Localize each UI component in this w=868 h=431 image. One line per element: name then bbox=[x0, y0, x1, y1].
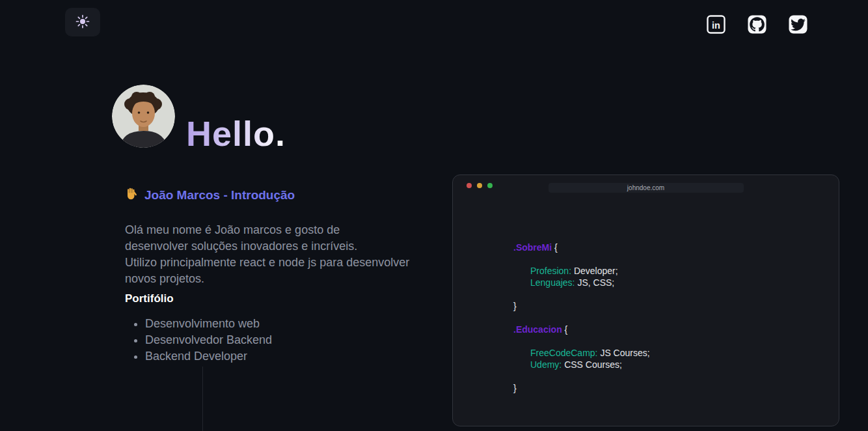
browser-mockup-window: johndoe.com .SobreMi { Profesion: Develo… bbox=[452, 174, 839, 426]
code-property-line: Profesion: Developer; bbox=[513, 265, 650, 277]
css-value: Developer; bbox=[574, 266, 618, 276]
list-item: Backend Developer bbox=[145, 348, 437, 365]
skills-list: Desenvolvimento web Desenvolvedor Backen… bbox=[125, 316, 437, 365]
paragraph-line: novos projetos. bbox=[125, 272, 204, 285]
theme-toggle-button[interactable] bbox=[65, 8, 100, 36]
brace-close: } bbox=[513, 300, 650, 312]
github-link[interactable] bbox=[748, 15, 766, 34]
code-block-educacion: .Educacion { FreeCodeCamp: JS Courses; U… bbox=[513, 324, 650, 394]
css-selector: .Educacion bbox=[513, 324, 562, 335]
code-selector-line: .Educacion { bbox=[513, 324, 650, 335]
twitter-icon bbox=[789, 15, 807, 34]
intro-paragraph: Olá meu nome é João marcos e gosto de de… bbox=[125, 222, 437, 287]
close-window-dot bbox=[467, 183, 472, 188]
list-item: Desenvolvedor Backend bbox=[145, 332, 437, 348]
section-divider-line bbox=[202, 367, 203, 431]
raised-hand-icon bbox=[125, 187, 139, 204]
css-value: JS, CSS; bbox=[577, 277, 614, 288]
brace-close: } bbox=[513, 382, 650, 394]
code-property-line: FreeCodeCamp: JS Courses; bbox=[513, 347, 650, 359]
code-properties: FreeCodeCamp: JS Courses; Udemy: CSS Cou… bbox=[513, 347, 650, 370]
css-property: FreeCodeCamp: bbox=[530, 348, 598, 358]
code-properties: Profesion: Developer; Lenguajes: JS, CSS… bbox=[513, 265, 650, 288]
twitter-link[interactable] bbox=[789, 15, 807, 34]
css-property: Udemy: bbox=[530, 359, 562, 370]
list-item: Desenvolvimento web bbox=[145, 316, 437, 332]
code-property-line: Udemy: CSS Courses; bbox=[513, 359, 650, 370]
brace-open: { bbox=[554, 242, 558, 253]
brace-open: { bbox=[565, 324, 568, 335]
portfolio-heading: Portifólio bbox=[125, 292, 437, 305]
avatar bbox=[112, 85, 175, 148]
linkedin-icon: in bbox=[707, 15, 726, 34]
minimize-window-dot bbox=[477, 183, 482, 188]
paragraph-line: desenvolver soluções inovadores e incrív… bbox=[125, 240, 357, 253]
url-bar: johndoe.com bbox=[549, 183, 744, 193]
linkedin-link[interactable]: in bbox=[707, 15, 726, 34]
github-icon bbox=[748, 15, 766, 34]
code-selector-line: .SobreMi { bbox=[513, 242, 650, 253]
window-traffic-lights bbox=[467, 183, 493, 188]
code-block-sobremi: .SobreMi { Profesion: Developer; Lenguaj… bbox=[513, 242, 650, 312]
maximize-window-dot bbox=[487, 183, 493, 188]
code-area: .SobreMi { Profesion: Developer; Lenguaj… bbox=[513, 242, 650, 394]
page: in bbox=[0, 0, 868, 431]
css-value: CSS Courses; bbox=[564, 359, 622, 370]
css-property: Profesion: bbox=[530, 266, 571, 276]
intro-section: João Marcos - Introdução Olá meu nome é … bbox=[125, 187, 437, 365]
paragraph-line: Utilizo principalmente react e node js p… bbox=[125, 256, 409, 269]
hero-greeting: Hello. bbox=[186, 111, 286, 156]
sun-icon bbox=[75, 14, 90, 31]
intro-heading-text: João Marcos - Introdução bbox=[144, 188, 295, 202]
css-property: Lenguajes: bbox=[530, 277, 575, 288]
social-links: in bbox=[707, 15, 807, 34]
svg-text:in: in bbox=[712, 20, 720, 31]
paragraph-line: Olá meu nome é João marcos e gosto de bbox=[125, 223, 340, 236]
intro-heading: João Marcos - Introdução bbox=[125, 187, 437, 204]
code-property-line: Lenguajes: JS, CSS; bbox=[513, 277, 650, 288]
css-selector: .SobreMi bbox=[513, 242, 552, 253]
css-value: JS Courses; bbox=[600, 348, 649, 358]
